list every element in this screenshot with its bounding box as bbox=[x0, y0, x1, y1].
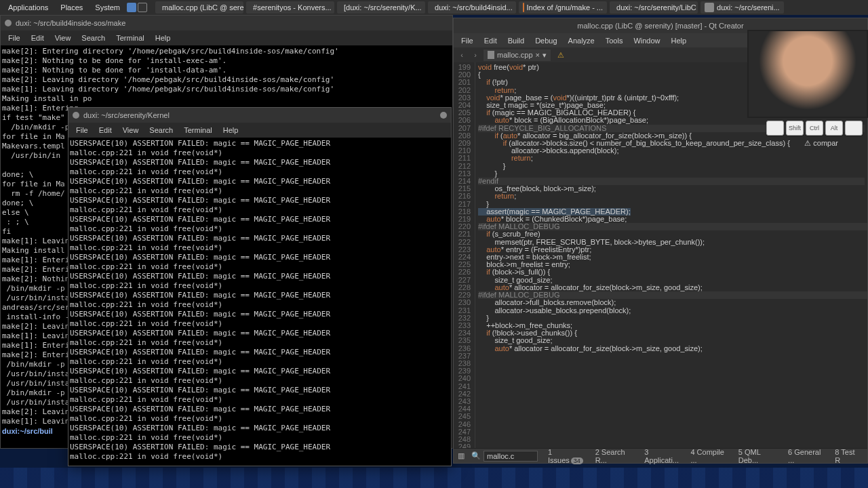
terminal1-titlebar[interactable]: duxi: ~/src/build4inside-sos/make bbox=[1, 16, 452, 30]
output-panel-tab[interactable]: 2 Search R... bbox=[592, 447, 639, 465]
keycast-key: Shift bbox=[786, 121, 804, 136]
output-panel-tab[interactable]: 1 Issues34 bbox=[545, 447, 589, 465]
keycast-overlay: ShiftCtrlAlt bbox=[766, 121, 863, 136]
keycast-key: Alt bbox=[825, 121, 843, 136]
taskbar-tab[interactable]: [duxi: ~/src/serenity/K... bbox=[337, 1, 425, 14]
keycast-key: Ctrl bbox=[806, 121, 823, 136]
system-menu[interactable]: System bbox=[90, 2, 125, 13]
qtc-menu-edit[interactable]: Edit bbox=[479, 35, 502, 46]
qtc-menu-analyze[interactable]: Analyze bbox=[564, 35, 599, 46]
term2-menu-help[interactable]: Help bbox=[218, 125, 243, 136]
tab-label: duxi: ~/src/build4insid... bbox=[435, 3, 513, 12]
app-icon bbox=[523, 3, 524, 12]
webcam-overlay bbox=[747, 30, 868, 118]
terminal2-menubar: File Edit View Search Terminal Help bbox=[68, 123, 451, 138]
term1-menu-view[interactable]: View bbox=[50, 33, 76, 43]
taskbar-tab[interactable]: duxi: ~/src/serenity/LibC bbox=[610, 1, 698, 14]
taskbar-tab[interactable]: Index of /gnu/make - ... bbox=[519, 1, 607, 14]
window-control-icon[interactable] bbox=[73, 112, 79, 119]
gnome-top-panel: Applications Places System malloc.cpp (L… bbox=[0, 0, 868, 15]
nav-back-icon[interactable]: ‹ bbox=[456, 51, 467, 59]
locator-input[interactable] bbox=[484, 451, 538, 462]
output-panel-tab[interactable]: 3 Applicati... bbox=[641, 447, 684, 465]
terminal-window-kernel[interactable]: duxi: ~/src/serenity/Kernel File Edit Vi… bbox=[68, 107, 452, 466]
terminal2-title: duxi: ~/src/serenity/Kernel bbox=[83, 111, 170, 119]
editor-file-tab[interactable]: malloc.cpp × ▾ bbox=[484, 49, 551, 61]
locator-icon[interactable]: ▥ bbox=[458, 451, 465, 460]
taskbar-tab[interactable]: duxi: ~/src/build4insid... bbox=[428, 1, 516, 14]
qtc-title: malloc.cpp (LibC @ serenity) [master] - … bbox=[577, 22, 743, 30]
output-panel-tab[interactable]: 8 Test R bbox=[831, 447, 863, 465]
term1-menu-search[interactable]: Search bbox=[77, 33, 110, 43]
shell-prompt: duxi:~/src/buil bbox=[2, 427, 53, 435]
nav-fwd-icon[interactable]: › bbox=[470, 51, 481, 59]
applications-menu[interactable]: Applications bbox=[3, 2, 54, 13]
tab-label: [duxi: ~/src/serenity/K... bbox=[344, 3, 422, 12]
split-icon[interactable]: ▾ bbox=[542, 51, 547, 60]
term1-menu-edit[interactable]: Edit bbox=[26, 33, 49, 43]
term1-menu-terminal[interactable]: Terminal bbox=[111, 33, 149, 43]
close-icon[interactable] bbox=[440, 112, 447, 119]
keycast-key bbox=[845, 121, 863, 136]
places-menu[interactable]: Places bbox=[55, 2, 88, 13]
line-number-gutter[interactable]: 1992002012022032042052062072082092102112… bbox=[454, 62, 475, 448]
app-icon bbox=[705, 3, 714, 12]
terminal2-output[interactable]: USERSPACE(10) ASSERTION FAILED: magic ==… bbox=[68, 138, 451, 466]
qtc-menu-build[interactable]: Build bbox=[503, 35, 529, 46]
qtc-menu-window[interactable]: Window bbox=[629, 35, 665, 46]
terminal1-menubar: File Edit View Search Terminal Help bbox=[1, 30, 452, 45]
search-icon: 🔍 bbox=[471, 451, 481, 460]
warning-icon: ⚠ bbox=[557, 51, 564, 60]
terminal1-title: duxi: ~/src/build4inside-sos/make bbox=[16, 19, 125, 27]
term2-menu-view[interactable]: View bbox=[118, 125, 144, 136]
output-panel-tab[interactable]: 5 QML Deb... bbox=[735, 447, 782, 465]
locator-search[interactable]: 🔍 bbox=[471, 451, 538, 462]
term1-menu-file[interactable]: File bbox=[3, 33, 25, 43]
output-panel-tab[interactable]: 6 General ... bbox=[785, 447, 829, 465]
terminal-icon[interactable] bbox=[138, 3, 147, 12]
term2-menu-search[interactable]: Search bbox=[144, 125, 178, 136]
qtc-menu-file[interactable]: File bbox=[456, 35, 478, 46]
tab-label: #serenityos - Konvers... bbox=[253, 3, 332, 12]
keycast-key bbox=[766, 121, 784, 136]
tab-label: duxi: ~/src/serenity/LibC bbox=[616, 3, 696, 12]
tab-label: Index of /gnu/make - ... bbox=[527, 3, 604, 12]
editor-filename: malloc.cpp bbox=[497, 51, 533, 59]
term1-menu-help[interactable]: Help bbox=[151, 33, 176, 43]
qtc-bottom-bar: ▥ 🔍 1 Issues342 Search R...3 Applicati..… bbox=[454, 448, 867, 463]
qtc-menu-help[interactable]: Help bbox=[667, 35, 692, 46]
wallpaper-pattern bbox=[0, 468, 868, 488]
output-panel-tab[interactable]: 4 Compile ... bbox=[687, 447, 732, 465]
qtc-menu-debug[interactable]: Debug bbox=[530, 35, 561, 46]
tab-label: malloc.cpp (LibC @ seren... bbox=[162, 3, 243, 12]
browser-icon[interactable] bbox=[127, 3, 136, 12]
taskbar-tab[interactable]: duxi: ~/src/sereni... bbox=[701, 1, 784, 14]
window-control-icon[interactable] bbox=[5, 20, 12, 26]
taskbar-tab[interactable]: malloc.cpp (LibC @ seren... bbox=[155, 1, 243, 14]
term2-menu-edit[interactable]: Edit bbox=[94, 125, 117, 136]
file-icon bbox=[488, 51, 494, 59]
tab-label: duxi: ~/src/sereni... bbox=[717, 3, 780, 12]
term2-menu-file[interactable]: File bbox=[71, 125, 93, 136]
desktop: duxi: ~/src/build4inside-sos/make File E… bbox=[0, 15, 868, 488]
term2-menu-terminal[interactable]: Terminal bbox=[179, 125, 217, 136]
terminal2-titlebar[interactable]: duxi: ~/src/serenity/Kernel bbox=[68, 108, 451, 123]
qtc-menu-tools[interactable]: Tools bbox=[601, 35, 628, 46]
tab-close-icon[interactable]: × bbox=[536, 51, 540, 59]
taskbar-tab[interactable]: #serenityos - Konvers... bbox=[246, 1, 334, 14]
